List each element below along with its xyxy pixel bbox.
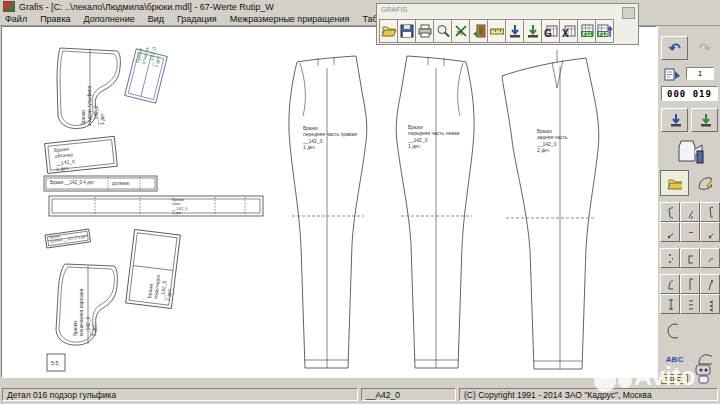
tool-contour-button[interactable] [660, 202, 680, 222]
open-folder-icon [667, 176, 682, 191]
measure-button[interactable] [487, 19, 506, 43]
arrow-down-blue-icon [668, 112, 681, 128]
hatch-icon [687, 297, 693, 312]
redo-icon: ↷ [699, 40, 711, 56]
svg-text:F11: F11 [582, 31, 591, 37]
undo-button[interactable]: ↶ [661, 36, 688, 60]
tool-measure-button[interactable] [660, 294, 680, 314]
abc-text-button[interactable]: ABC [660, 348, 689, 370]
f11-table-icon: F11 [579, 23, 595, 39]
contour-icon [667, 205, 673, 220]
import-blue-button[interactable] [505, 19, 524, 43]
tool-pieces-button[interactable] [660, 274, 680, 294]
x-table-button[interactable]: X [559, 19, 578, 43]
grafis-toolbar-window[interactable]: GRAFIS F6 G X F11 F12 [376, 3, 639, 45]
tool-dart-button[interactable] [700, 274, 720, 294]
pattern-canvas[interactable] [1, 26, 657, 378]
print-button[interactable] [415, 19, 434, 43]
menu-grading[interactable]: Градация [177, 14, 217, 24]
piece-front-left[interactable] [396, 56, 474, 368]
piece-facing-small[interactable] [45, 136, 118, 173]
magnifier-icon [435, 23, 451, 39]
insert-blue-button[interactable] [661, 108, 688, 132]
grafis-toolbar-title: GRAFIS [377, 4, 638, 13]
close-icon[interactable] [622, 7, 635, 19]
piece-back[interactable] [502, 50, 599, 369]
zoom-button[interactable] [433, 19, 452, 43]
import-green-button[interactable] [523, 19, 542, 43]
tool-hatch-button[interactable] [680, 294, 700, 314]
tool-sidebar: ↶ ↷ 1 000 019 ABC ТЕКСТ [657, 26, 720, 378]
app-icon [3, 1, 15, 12]
tool-stack-button[interactable] [700, 294, 720, 314]
f12-table-button[interactable]: F12 [595, 19, 614, 43]
arrow-down-blue-icon [507, 23, 523, 39]
dart-icon [707, 277, 713, 292]
save-button[interactable] [397, 19, 416, 43]
tool-curve-button[interactable] [700, 248, 720, 268]
tool-line-button[interactable] [700, 222, 720, 242]
pleats-icon [687, 277, 693, 292]
status-detail: Детал 016 подзор гульфика [2, 388, 358, 401]
menu-view[interactable]: Вид [148, 14, 164, 24]
arrow-down-green-icon [525, 23, 541, 39]
window-title: Grafis - [C: ..\лекало\Людмила\брюки.mdl… [19, 2, 274, 12]
polyline-icon [667, 225, 673, 240]
tool-polyline-button[interactable] [660, 222, 680, 242]
points-icon [667, 251, 673, 266]
tool-piece-move-button[interactable] [700, 202, 720, 222]
piece-arrow-icon [707, 205, 713, 220]
piece-fly-shield[interactable] [57, 48, 120, 129]
piece-waistband-long[interactable] [49, 196, 263, 216]
abc-label: ABC [666, 355, 683, 364]
mouse-icon [688, 360, 718, 386]
cross-icon [687, 225, 693, 240]
open-folder-icon [381, 23, 397, 39]
piece-pocket-bag[interactable] [56, 264, 117, 345]
redo-button[interactable]: ↷ [691, 36, 718, 60]
svg-text:G: G [544, 28, 552, 39]
tool-pleats-button[interactable] [680, 274, 700, 294]
piece-fly-facing-selected[interactable] [125, 49, 168, 103]
piece-pocket-rect[interactable] [126, 229, 181, 308]
piece-waistband-short[interactable] [44, 176, 157, 191]
f11-table-button[interactable]: F11 [577, 19, 596, 43]
piece-front-right[interactable] [289, 56, 367, 368]
tool-points-button[interactable] [660, 248, 680, 268]
tool-curves-button[interactable] [680, 202, 700, 222]
piece-belt-loops[interactable] [45, 229, 90, 248]
open-button[interactable] [379, 19, 398, 43]
svg-text:X: X [562, 28, 569, 39]
x-table-icon: X [561, 23, 577, 39]
menu-extras[interactable]: Дополнение [84, 14, 135, 24]
f6-scissors-icon: F6 [453, 23, 469, 39]
printer-icon [417, 23, 433, 39]
piece-count-value[interactable]: 1 [686, 67, 714, 80]
g-table-button[interactable]: G [541, 19, 560, 43]
delete-piece-button[interactable] [660, 320, 684, 342]
save-floppy-icon [399, 23, 415, 39]
status-bar: Детал 016 подзор гульфика __A42_0 (C) Co… [0, 386, 720, 404]
record-number-display: 000 019 [661, 86, 718, 101]
status-copyright: (C) Copyright 1991 - 2014 ЗАО "Кадрус", … [459, 388, 718, 401]
tool-cross-button[interactable] [680, 222, 700, 242]
circle-x-icon [666, 322, 678, 340]
tekst-button[interactable]: ТЕКСТ [661, 374, 688, 384]
menu-edit[interactable]: Правка [40, 14, 70, 24]
insert-green-button[interactable] [691, 108, 718, 132]
g-table-icon: G [543, 23, 559, 39]
menu-size-increments[interactable]: Межразмерные приращения [230, 14, 350, 24]
shapes-icon [687, 251, 693, 266]
fill-jug-icon[interactable] [670, 136, 710, 168]
scale-box [47, 354, 65, 371]
ruler-icon [489, 23, 505, 39]
open-model-button[interactable] [660, 170, 689, 196]
f6-divide-button[interactable]: F6 [451, 19, 470, 43]
tool-shapes-button[interactable] [680, 248, 700, 268]
undo-icon: ↶ [669, 40, 681, 56]
arrow-down-green-icon [698, 112, 711, 128]
edit-piece-button[interactable] [691, 170, 718, 196]
curve-icon [707, 251, 713, 266]
exit-door-button[interactable] [469, 19, 488, 43]
menu-file[interactable]: Файл [5, 14, 27, 24]
